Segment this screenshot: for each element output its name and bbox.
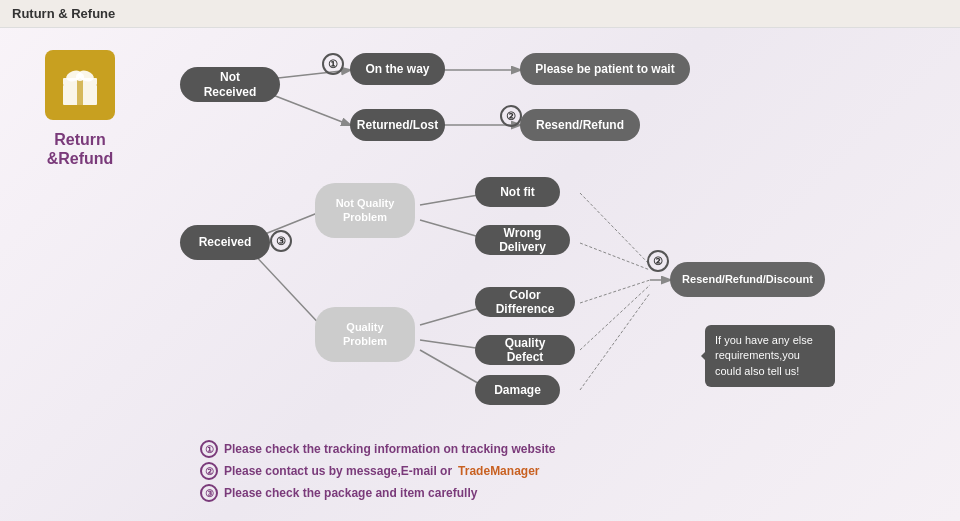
resend-refund-node: Resend/Refund [520,109,640,141]
flowchart: ① ② ③ ② Not Received On the way Returned… [160,25,950,485]
left-panel: Return &Refund [20,40,140,168]
wrong-delivery-node: Wrong Delivery [475,225,570,255]
svg-point-5 [76,73,84,81]
svg-line-20 [580,285,650,350]
quality-problem-node: Quality Problem [315,307,415,362]
circle-2-top: ② [500,105,522,127]
circle-1-top: ① [322,53,344,75]
not-fit-node: Not fit [475,177,560,207]
note-circle-2: ② [200,462,218,480]
note-1: ① Please check the tracking information … [200,440,940,458]
svg-line-17 [580,193,650,265]
title-bar: Ruturn & Refune [0,0,960,28]
not-quality-problem-node: Not Quality Problem [315,183,415,238]
note-circle-3: ③ [200,484,218,502]
on-the-way-node: On the way [350,53,445,85]
gift-icon [45,50,115,120]
tooltip-box: If you have any else requirements,you co… [705,325,835,387]
note-2-text: Please contact us by message,E-mail or [224,464,452,478]
note-2: ② Please contact us by message,E-mail or… [200,462,940,480]
svg-line-21 [580,293,650,390]
page-title: Ruturn & Refune [12,6,115,21]
color-difference-node: Color Difference [475,287,575,317]
note-2-highlight: TradeManager [458,464,539,478]
page-container: Ruturn & Refune Return &Refund [0,0,960,521]
note-3-text: Please check the package and item carefu… [224,486,477,500]
svg-line-19 [580,280,650,303]
damage-node: Damage [475,375,560,405]
note-circle-1: ① [200,440,218,458]
returned-lost-node: Returned/Lost [350,109,445,141]
quality-defect-node: Quality Defect [475,335,575,365]
svg-rect-2 [77,78,83,105]
received-node: Received [180,225,270,260]
not-received-node: Not Received [180,67,280,102]
circle-2-bottom: ② [647,250,669,272]
resend-refund-discount-node: Resend/Refund/Discount [670,262,825,297]
svg-line-18 [580,243,650,270]
note-1-text: Please check the tracking information on… [224,442,555,456]
circle-3: ③ [270,230,292,252]
brand-title: Return &Refund [20,130,140,168]
please-be-patient-node: Please be patient to wait [520,53,690,85]
note-3: ③ Please check the package and item care… [200,484,940,502]
arrows-svg [160,25,950,485]
footer-notes: ① Please check the tracking information … [200,440,940,506]
svg-line-11 [250,250,325,330]
